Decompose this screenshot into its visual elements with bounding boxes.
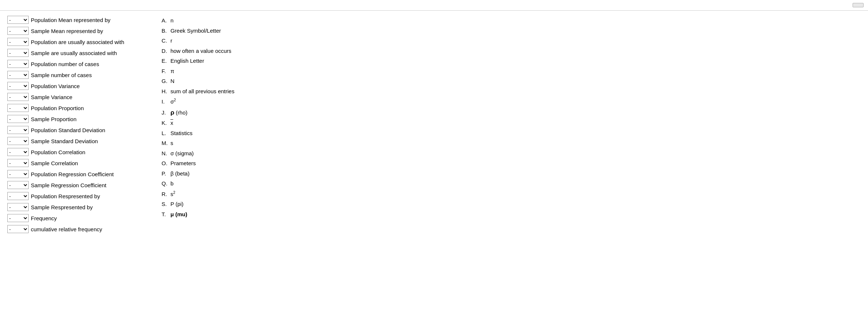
answer-item: S. P (pi) bbox=[162, 200, 861, 209]
answer-item: R. s2 bbox=[162, 190, 861, 199]
row-label: Population Standard Deviation bbox=[31, 127, 105, 133]
match-row: -ABCDEFGHIJKLMNOPQRSTSample are usually … bbox=[7, 48, 147, 58]
dropdown-row20[interactable]: -ABCDEFGHIJKLMNOPQRST bbox=[7, 225, 29, 233]
answer-letter: L. bbox=[162, 129, 169, 138]
row-label: Population Variance bbox=[31, 83, 80, 89]
match-row: -ABCDEFGHIJKLMNOPQRSTSample Proportion bbox=[7, 114, 147, 124]
dropdown-row2[interactable]: -ABCDEFGHIJKLMNOPQRST bbox=[7, 27, 29, 35]
row-label: Frequency bbox=[31, 215, 57, 221]
row-label: Population Regression Coefficient bbox=[31, 171, 114, 177]
answer-letter: J. bbox=[162, 109, 169, 117]
answer-letter: M. bbox=[162, 139, 169, 148]
dropdown-row16[interactable]: -ABCDEFGHIJKLMNOPQRST bbox=[7, 181, 29, 189]
row-label: Sample Variance bbox=[31, 94, 72, 100]
match-row: -ABCDEFGHIJKLMNOPQRSTPopulation Regressi… bbox=[7, 169, 147, 179]
answer-item: G. N bbox=[162, 77, 861, 86]
answer-letter: I. bbox=[162, 98, 169, 106]
row-label: cumulative relative frequency bbox=[31, 226, 102, 232]
answer-letter: F. bbox=[162, 67, 169, 76]
answer-item: H. sum of all previous entries bbox=[162, 87, 861, 96]
content-area: -ABCDEFGHIJKLMNOPQRSTPopulation Mean rep… bbox=[0, 11, 868, 240]
match-row: -ABCDEFGHIJKLMNOPQRSTPopulation Resprese… bbox=[7, 191, 147, 201]
match-row: -ABCDEFGHIJKLMNOPQRSTSample Correlation bbox=[7, 158, 147, 168]
answer-item: B. Greek Symbol/Letter bbox=[162, 27, 861, 35]
row-label: Population Correlation bbox=[31, 149, 85, 155]
answer-item: E. English Letter bbox=[162, 57, 861, 65]
dropdown-row8[interactable]: -ABCDEFGHIJKLMNOPQRST bbox=[7, 93, 29, 101]
row-label: Population Respresented by bbox=[31, 193, 100, 199]
row-label: Population Proportion bbox=[31, 105, 84, 111]
dropdown-row1[interactable]: -ABCDEFGHIJKLMNOPQRST bbox=[7, 16, 29, 24]
answer-letter: G. bbox=[162, 77, 169, 86]
match-row: -ABCDEFGHIJKLMNOPQRSTFrequency bbox=[7, 213, 147, 223]
answer-item: C. r bbox=[162, 37, 861, 45]
answer-item: D. how often a value occurs bbox=[162, 47, 861, 55]
row-label: Population number of cases bbox=[31, 61, 99, 67]
row-label: Population Mean represented by bbox=[31, 17, 111, 23]
row-label: Sample Proportion bbox=[31, 116, 76, 122]
header-right bbox=[849, 3, 864, 7]
answer-letter: R. bbox=[162, 190, 169, 199]
dropdown-row17[interactable]: -ABCDEFGHIJKLMNOPQRST bbox=[7, 192, 29, 200]
match-row: -ABCDEFGHIJKLMNOPQRSTSample Regression C… bbox=[7, 180, 147, 190]
answer-item: P. β (beta) bbox=[162, 170, 861, 178]
left-column: -ABCDEFGHIJKLMNOPQRSTPopulation Mean rep… bbox=[7, 15, 147, 235]
answer-item: I. σ2 bbox=[162, 97, 861, 106]
answer-letter: T. bbox=[162, 210, 169, 219]
match-row: -ABCDEFGHIJKLMNOPQRSTPopulation Proporti… bbox=[7, 103, 147, 113]
save-answer-button[interactable] bbox=[853, 3, 864, 7]
match-row: -ABCDEFGHIJKLMNOPQRSTSample Standard Dev… bbox=[7, 136, 147, 146]
dropdown-row13[interactable]: -ABCDEFGHIJKLMNOPQRST bbox=[7, 148, 29, 156]
dropdown-row15[interactable]: -ABCDEFGHIJKLMNOPQRST bbox=[7, 170, 29, 178]
answer-letter: A. bbox=[162, 17, 169, 25]
dropdown-row7[interactable]: -ABCDEFGHIJKLMNOPQRST bbox=[7, 82, 29, 90]
answer-item: N. σ (sigma) bbox=[162, 149, 861, 158]
answer-item: J. ρ (rho) bbox=[162, 108, 861, 117]
match-row: -ABCDEFGHIJKLMNOPQRSTPopulation number o… bbox=[7, 59, 147, 69]
dropdown-row14[interactable]: -ABCDEFGHIJKLMNOPQRST bbox=[7, 159, 29, 167]
dropdown-row19[interactable]: -ABCDEFGHIJKLMNOPQRST bbox=[7, 214, 29, 222]
match-row: -ABCDEFGHIJKLMNOPQRSTSample Mean represe… bbox=[7, 26, 147, 36]
match-row: -ABCDEFGHIJKLMNOPQRSTPopulation Variance bbox=[7, 81, 147, 91]
dropdown-row4[interactable]: -ABCDEFGHIJKLMNOPQRST bbox=[7, 49, 29, 57]
dropdown-row18[interactable]: -ABCDEFGHIJKLMNOPQRST bbox=[7, 203, 29, 211]
row-label: Sample Correlation bbox=[31, 160, 78, 166]
answer-letter: O. bbox=[162, 159, 169, 168]
answer-item: T. μ (mu) bbox=[162, 210, 861, 219]
answer-item: F. π bbox=[162, 67, 861, 76]
answer-letter: C. bbox=[162, 37, 169, 45]
dropdown-row6[interactable]: -ABCDEFGHIJKLMNOPQRST bbox=[7, 71, 29, 79]
answer-letter: Q. bbox=[162, 180, 169, 188]
match-row: -ABCDEFGHIJKLMNOPQRSTcumulative relative… bbox=[7, 224, 147, 234]
question-header bbox=[0, 0, 868, 11]
row-label: Sample are usually associated with bbox=[31, 50, 117, 56]
match-row: -ABCDEFGHIJKLMNOPQRSTPopulation Standard… bbox=[7, 125, 147, 135]
dropdown-row10[interactable]: -ABCDEFGHIJKLMNOPQRST bbox=[7, 115, 29, 123]
dropdown-row11[interactable]: -ABCDEFGHIJKLMNOPQRST bbox=[7, 126, 29, 134]
answer-item: O. Prameters bbox=[162, 159, 861, 168]
dropdown-row9[interactable]: -ABCDEFGHIJKLMNOPQRST bbox=[7, 104, 29, 112]
answer-item: K. x bbox=[162, 119, 861, 127]
match-row: -ABCDEFGHIJKLMNOPQRSTPopulation Mean rep… bbox=[7, 15, 147, 25]
match-row: -ABCDEFGHIJKLMNOPQRSTSample number of ca… bbox=[7, 70, 147, 80]
answer-letter: B. bbox=[162, 27, 169, 35]
match-row: -ABCDEFGHIJKLMNOPQRSTSample Respresented… bbox=[7, 202, 147, 212]
dropdown-row5[interactable]: -ABCDEFGHIJKLMNOPQRST bbox=[7, 60, 29, 68]
row-label: Sample Respresented by bbox=[31, 204, 93, 210]
row-label: Sample Standard Deviation bbox=[31, 138, 98, 144]
row-label: Sample number of cases bbox=[31, 72, 92, 78]
row-label: Population are usually associated with bbox=[31, 39, 124, 45]
dropdown-row3[interactable]: -ABCDEFGHIJKLMNOPQRST bbox=[7, 38, 29, 46]
match-row: -ABCDEFGHIJKLMNOPQRSTSample Variance bbox=[7, 92, 147, 102]
answer-letter: H. bbox=[162, 87, 169, 96]
row-label: Sample Regression Coefficient bbox=[31, 182, 106, 188]
row-label: Sample Mean represented by bbox=[31, 28, 103, 34]
answer-letter: P. bbox=[162, 170, 169, 178]
right-column: A. nB. Greek Symbol/LetterC. rD. how oft… bbox=[162, 15, 861, 235]
answer-item: L. Statistics bbox=[162, 129, 861, 138]
dropdown-row12[interactable]: -ABCDEFGHIJKLMNOPQRST bbox=[7, 137, 29, 145]
answer-letter: E. bbox=[162, 57, 169, 65]
answer-item: Q. b bbox=[162, 180, 861, 188]
match-row: -ABCDEFGHIJKLMNOPQRSTPopulation are usua… bbox=[7, 37, 147, 47]
answer-item: M. s bbox=[162, 139, 861, 148]
